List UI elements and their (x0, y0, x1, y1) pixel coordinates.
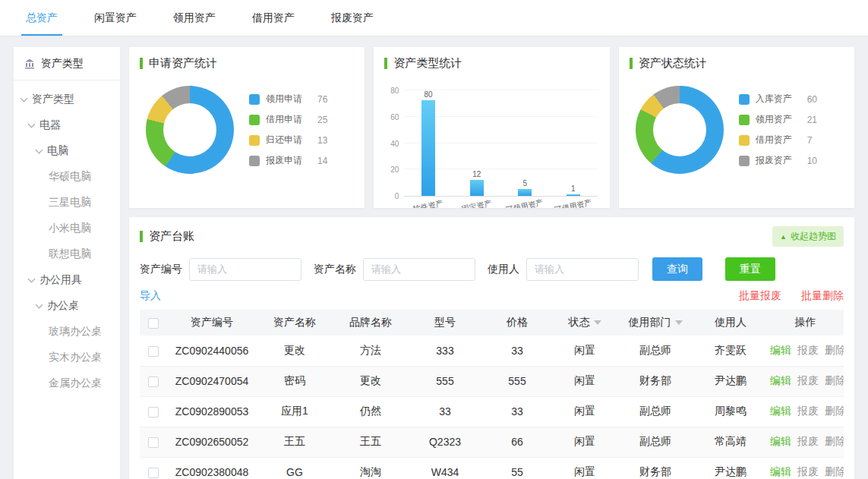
filter-icon[interactable] (594, 320, 601, 325)
filter-input-0[interactable] (189, 258, 301, 281)
sidebar: 资产类型 资产类型电器电脑华硕电脑三星电脑小米电脑联想电脑办公用具办公桌玻璃办公… (14, 47, 120, 479)
asset-table: 资产编号资产名称品牌名称型号价格状态使用部门使用人操作 ZC0902440056… (140, 310, 844, 479)
tab-item-4[interactable]: 报废资产 (313, 0, 392, 36)
tree-item-11[interactable]: 金属办公桌 (14, 370, 120, 396)
action-edit-link[interactable]: 编辑 (770, 435, 791, 447)
table-cell: GG (257, 457, 333, 479)
tab-item-2[interactable]: 领用资产 (155, 0, 234, 36)
table-cell: 副总师 (617, 427, 694, 457)
action-delete-link[interactable]: 删除 (825, 435, 844, 447)
table-cell: 555 (481, 366, 553, 396)
reset-button[interactable]: 重置 (725, 257, 775, 281)
table-cell: 55 (481, 457, 553, 479)
action-delete-link[interactable]: 删除 (825, 344, 844, 356)
tree-item-10[interactable]: 实木办公桌 (14, 345, 120, 370)
content-area: 资产类型 资产类型电器电脑华硕电脑三星电脑小米电脑联想电脑办公用具办公桌玻璃办公… (0, 36, 868, 479)
legend-swatch (739, 156, 750, 166)
table-row: ZC0902440056更改方法33333闲置副总师齐雯跃编辑报废删除 (140, 336, 844, 366)
filter-input-1[interactable] (363, 258, 475, 281)
action-scrap-link[interactable]: 报废 (797, 465, 819, 477)
legend-item[interactable]: 借用资产7 (739, 134, 817, 147)
legend-swatch (249, 156, 260, 166)
action-scrap-link[interactable]: 报废 (797, 435, 819, 447)
legend-swatch (739, 135, 750, 146)
tab-item-3[interactable]: 借用资产 (234, 0, 313, 36)
table-cell: Q2323 (409, 427, 481, 457)
y-axis-tick: 60 (390, 112, 399, 121)
action-scrap-link[interactable]: 报废 (797, 405, 819, 417)
column-header: 状态 (553, 310, 617, 336)
tree-item-1[interactable]: 电器 (14, 112, 120, 138)
batch-scrap-link[interactable]: 批量报废 (739, 289, 781, 303)
legend-swatch (249, 135, 260, 146)
main-area: 申请资产统计 领用申请76借用申请25归还申请13报废申请14 资产类型统计 0… (129, 47, 854, 479)
panel-type-stats: 资产类型统计 020406080801251 软件资产固定资产可领用资产可借用资… (374, 47, 609, 208)
row-checkbox[interactable] (148, 407, 159, 418)
action-delete-link[interactable]: 删除 (825, 465, 844, 477)
legend-value: 7 (807, 135, 813, 146)
tree-item-9[interactable]: 玻璃办公桌 (14, 319, 120, 345)
tree-item-5[interactable]: 小米电脑 (14, 216, 120, 241)
tree-item-0[interactable]: 资产类型 (14, 87, 120, 112)
tree-item-8[interactable]: 办公桌 (14, 293, 120, 319)
tree-item-7[interactable]: 办公用具 (14, 267, 120, 293)
action-delete-link[interactable]: 删除 (825, 405, 844, 417)
filter-label: 使用人 (488, 263, 519, 276)
tree-item-2[interactable]: 电脑 (14, 138, 120, 164)
legend-item[interactable]: 入库资产60 (739, 93, 817, 106)
batch-delete-link[interactable]: 批量删除 (801, 289, 844, 303)
table-cell: 尹达鹏 (694, 366, 767, 396)
legend-item[interactable]: 借用申请25 (249, 113, 327, 126)
legend-item[interactable]: 报废资产10 (739, 154, 817, 167)
ledger-title-row: 资产台账 ▲ 收起趋势图 (129, 217, 854, 253)
filter-icon[interactable] (675, 320, 683, 325)
table-cell: 财务部 (617, 366, 694, 396)
collapse-trend-button[interactable]: ▲ 收起趋势图 (772, 226, 844, 247)
tab-item-0[interactable]: 总资产 (8, 0, 76, 36)
asset-category-icon (24, 58, 35, 69)
action-edit-link[interactable]: 编辑 (770, 465, 791, 477)
legend-item[interactable]: 领用资产21 (739, 113, 817, 126)
title-marker (630, 58, 633, 69)
tree-item-6[interactable]: 联想电脑 (14, 241, 120, 267)
table-cell: 淘淘 (333, 457, 409, 479)
table-cell: ZC0902440056 (167, 336, 257, 366)
legend-label: 领用资产 (756, 113, 800, 126)
legend-label: 报废资产 (756, 154, 800, 167)
table-cell: 闲置 (553, 396, 617, 427)
action-edit-link[interactable]: 编辑 (770, 344, 791, 356)
tab-item-1[interactable]: 闲置资产 (76, 0, 155, 36)
bar-value-label: 5 (522, 179, 527, 188)
select-all-checkbox[interactable] (148, 318, 159, 329)
tree-item-3[interactable]: 华硕电脑 (14, 164, 120, 190)
filters: 资产编号资产名称使用人 (140, 258, 639, 281)
column-header: 型号 (409, 310, 481, 336)
asset-management-page: 总资产闲置资产领用资产借用资产报废资产 资产类型 资产类型电器电脑华硕电脑三星电… (0, 0, 868, 479)
chevron-down-icon (28, 275, 36, 282)
status-donut-chart (636, 86, 724, 174)
bar-chart-x-labels: 软件资产固定资产可领用资产可借用资产 (404, 201, 597, 208)
action-delete-link[interactable]: 删除 (825, 374, 844, 386)
legend-item[interactable]: 归还申请13 (249, 134, 327, 147)
import-link[interactable]: 导入 (140, 289, 161, 303)
table-cell: ZC0902890053 (167, 396, 257, 427)
row-checkbox[interactable] (148, 377, 159, 387)
action-edit-link[interactable]: 编辑 (770, 405, 791, 417)
legend-item[interactable]: 报废申请14 (249, 154, 327, 167)
legend-value: 60 (807, 94, 817, 105)
row-checkbox[interactable] (148, 346, 159, 357)
action-scrap-link[interactable]: 报废 (797, 374, 819, 386)
panel-title: 申请资产统计 (129, 47, 365, 77)
filter-input-2[interactable] (526, 258, 639, 281)
table-cell: 555 (409, 366, 481, 396)
table-body: ZC0902440056更改方法33333闲置副总师齐雯跃编辑报废删除ZC090… (140, 336, 844, 479)
chevron-up-icon: ▲ (780, 233, 787, 241)
action-edit-link[interactable]: 编辑 (770, 374, 791, 386)
legend-item[interactable]: 领用申请76 (249, 93, 327, 106)
row-checkbox[interactable] (148, 437, 159, 448)
table-cell: 33 (481, 336, 553, 366)
action-scrap-link[interactable]: 报废 (797, 344, 819, 356)
search-button[interactable]: 查询 (652, 257, 702, 281)
row-checkbox[interactable] (148, 468, 159, 478)
tree-item-4[interactable]: 三星电脑 (14, 190, 120, 216)
